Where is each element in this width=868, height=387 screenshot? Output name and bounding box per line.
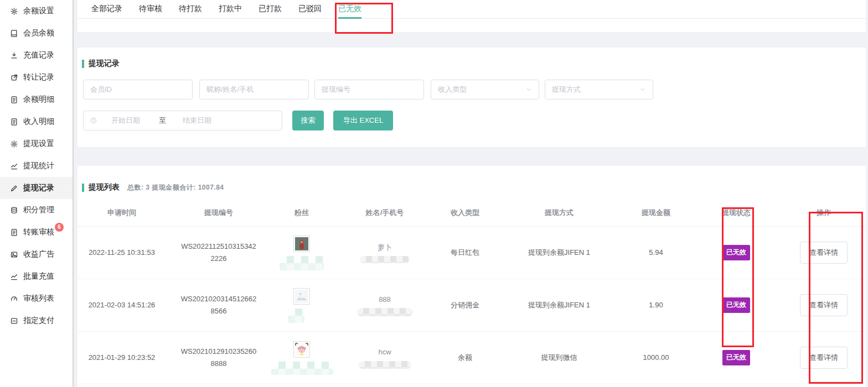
sidebar-item-transfer-records[interactable]: 转让记录 xyxy=(0,66,73,88)
member-name: 萝卜 xyxy=(332,242,437,254)
chevron-down-icon xyxy=(525,86,532,93)
sidebar-item-transfer-review[interactable]: 转账审核 6 xyxy=(0,221,73,243)
date-range-input[interactable]: 开始日期 至 结束日期 xyxy=(83,111,282,130)
gear-icon xyxy=(10,7,18,15)
withdraw-no-input[interactable]: 提现编号 xyxy=(314,80,424,100)
status-tabs: 全部记录 待审核 待打款 打款中 已打款 已驳回 已无效 xyxy=(78,0,866,19)
chart-icon xyxy=(10,162,18,170)
tab-paid[interactable]: 已打款 xyxy=(259,4,282,19)
censored-fan-name-mosaic xyxy=(280,256,324,270)
censored-fan-name-mosaic xyxy=(288,308,304,323)
sidebar-item-income-detail[interactable]: 收入明细 xyxy=(0,111,73,133)
fan-cell xyxy=(271,288,332,323)
export-excel-button[interactable]: 导出 EXCEL xyxy=(333,111,393,130)
sidebar-item-member-balance[interactable]: 会员余额 xyxy=(0,22,73,44)
sidebar-item-recharge-records[interactable]: 充值记录 xyxy=(0,44,73,66)
file-icon xyxy=(10,228,18,237)
apply-time: 2021-02-03 14:51:26 xyxy=(78,300,166,311)
sidebar-item-balance-detail[interactable]: 余额明细 xyxy=(0,88,73,111)
sidebar-item-label: 会员余额 xyxy=(23,28,54,38)
image-icon xyxy=(10,250,18,259)
gauge-icon xyxy=(10,295,18,303)
sidebar: 余额设置 会员余额 充值记录 转让记录 余额明细 收入明细 提现设置 提现统计 … xyxy=(0,0,74,387)
name-phone-cell: hcw xyxy=(332,347,437,369)
view-detail-button[interactable]: 查看详情 xyxy=(800,294,848,317)
table-row: 2022-11-25 10:31:53 WS2022112510315342 2… xyxy=(78,227,866,279)
column-header: 提现编号 xyxy=(166,208,271,218)
sidebar-item-label: 收入明细 xyxy=(23,117,54,127)
censored-fan-name-mosaic xyxy=(271,362,333,375)
column-header: 提现方式 xyxy=(493,208,626,218)
table-row: 2021-01-29 10:23:52 WS2021012910235260 8… xyxy=(78,332,866,384)
member-name: hcw xyxy=(332,347,437,358)
action-cell: 查看详情 xyxy=(786,242,861,264)
censored-phone-blur xyxy=(357,308,412,316)
start-date-placeholder: 开始日期 xyxy=(111,116,140,125)
database-icon xyxy=(10,206,18,215)
list-summary: 总数: 3 提现金额合计: 1007.84 xyxy=(127,183,224,192)
status-cell: 已无效 xyxy=(686,297,786,312)
doll-avatar xyxy=(293,236,310,252)
view-detail-button[interactable]: 查看详情 xyxy=(800,242,848,264)
external-link-icon xyxy=(10,74,18,82)
sidebar-item-points-management[interactable]: 积分管理 xyxy=(0,199,73,221)
search-button[interactable]: 搜索 xyxy=(292,111,324,130)
search-panel: 提现记录 会员ID 昵称/姓名/手机 提现编号 收入类型 提现方式 开始日期 至… xyxy=(78,48,866,147)
sidebar-item-balance-settings[interactable]: 余额设置 xyxy=(0,0,73,22)
sidebar-item-label: 指定支付 xyxy=(23,316,54,326)
status-tab-panel: 全部记录 待审核 待打款 打款中 已打款 已驳回 已无效 xyxy=(78,0,866,32)
tab-paying[interactable]: 打款中 xyxy=(219,4,242,19)
view-detail-button[interactable]: 查看详情 xyxy=(800,347,848,369)
date-separator: 至 xyxy=(159,116,166,125)
sidebar-item-label: 审核列表 xyxy=(23,294,54,304)
list-panel-title: 提现列表 总数: 3 提现金额合计: 1007.84 xyxy=(82,182,224,192)
withdraw-code: WS2022112510315342 2226 xyxy=(166,240,271,265)
status-badge: 已无效 xyxy=(722,350,750,365)
sidebar-item-label: 积分管理 xyxy=(23,205,54,215)
nickname-input[interactable]: 昵称/姓名/手机 xyxy=(199,80,309,100)
status-cell: 已无效 xyxy=(686,350,786,365)
withdraw-method-select[interactable]: 提现方式 xyxy=(545,80,653,100)
sidebar-item-label: 批量充值 xyxy=(23,271,54,281)
name-phone-cell: 888 xyxy=(332,294,437,317)
withdraw-list-panel: 提现列表 总数: 3 提现金额合计: 1007.84 申请时间 提现编号 粉丝 … xyxy=(78,166,866,387)
minus-square-icon xyxy=(10,317,18,325)
green-bar-decoration xyxy=(82,184,84,192)
member-id-input[interactable]: 会员ID xyxy=(83,80,193,100)
column-header: 操作 xyxy=(786,208,861,218)
sidebar-item-label: 收益广告 xyxy=(23,249,54,259)
column-header: 收入类型 xyxy=(437,208,493,218)
sidebar-item-batch-recharge[interactable]: 批量充值 xyxy=(0,265,73,287)
sidebar-item-withdraw-stats[interactable]: 提现统计 xyxy=(0,155,73,177)
income-type: 每日红包 xyxy=(437,247,493,259)
withdraw-method: 提现到微信 xyxy=(493,352,626,364)
chevron-down-icon xyxy=(639,86,646,93)
sidebar-item-label: 余额明细 xyxy=(23,95,54,104)
column-header: 粉丝 xyxy=(271,208,332,218)
tab-invalid[interactable]: 已无效 xyxy=(338,4,361,19)
sidebar-item-revenue-ads[interactable]: 收益广告 xyxy=(0,243,73,265)
withdraw-code: WS2021012910235260 8888 xyxy=(166,346,271,370)
end-date-placeholder: 结束日期 xyxy=(183,116,211,125)
income-type: 分销佣金 xyxy=(437,300,493,311)
sidebar-item-review-list[interactable]: 审核列表 xyxy=(0,287,73,310)
income-type-select[interactable]: 收入类型 xyxy=(431,80,539,100)
column-header: 申请时间 xyxy=(78,208,166,218)
gear-icon xyxy=(10,140,18,148)
column-header: 姓名/手机号 xyxy=(332,208,437,218)
sidebar-item-withdraw-records[interactable]: 提现记录 xyxy=(0,177,73,199)
sidebar-item-withdraw-settings[interactable]: 提现设置 xyxy=(0,133,73,155)
monkey-avatar xyxy=(293,341,310,358)
withdraw-amount: 1.90 xyxy=(626,300,686,311)
member-name: 888 xyxy=(332,294,437,306)
withdraw-code: WS2021020314512662 8566 xyxy=(166,293,271,317)
tab-pending-review[interactable]: 待审核 xyxy=(139,4,162,19)
tab-pending-payment[interactable]: 待打款 xyxy=(179,4,202,19)
withdraw-amount: 5.94 xyxy=(626,247,686,259)
censored-phone-blur xyxy=(360,256,410,263)
tab-rejected[interactable]: 已驳回 xyxy=(298,4,322,19)
withdraw-method: 提现到余额JIFEN 1 xyxy=(493,300,626,311)
status-cell: 已无效 xyxy=(686,245,786,260)
tab-all-records[interactable]: 全部记录 xyxy=(91,4,122,19)
sidebar-item-designated-payment[interactable]: 指定支付 xyxy=(0,310,73,332)
